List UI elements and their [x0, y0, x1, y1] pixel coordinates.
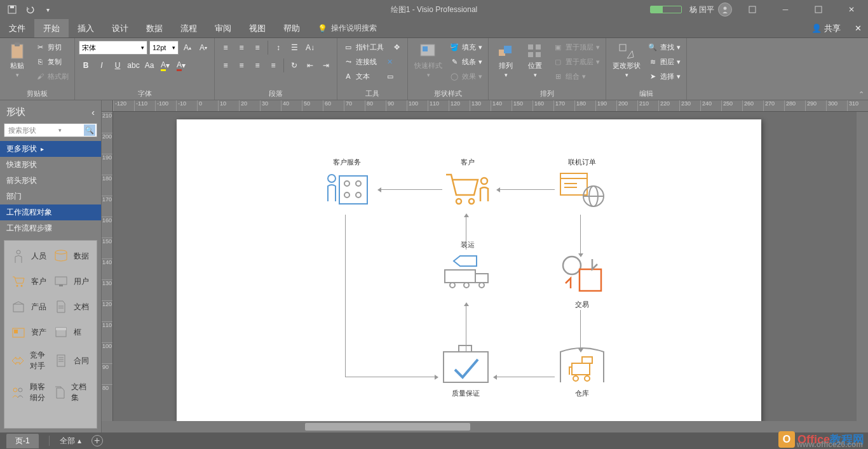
crop-icon[interactable]: ✥ [391, 42, 402, 52]
tab-file[interactable]: 文件 [0, 19, 34, 37]
connector-tool-button[interactable]: ⤳连接线 ✕ [341, 55, 397, 68]
node-warehouse[interactable]: 仓库 [557, 342, 607, 401]
layers-button[interactable]: ≋图层 ▾ [646, 55, 682, 68]
increase-indent-button[interactable]: ⇥ [319, 58, 333, 72]
rotate-button[interactable]: ↻ [287, 58, 301, 72]
underline-button[interactable]: U [111, 58, 125, 72]
quick-styles-button[interactable]: 快速样式▾ [412, 41, 445, 79]
shape-document[interactable]: 文档 [51, 295, 93, 318]
send-back-button[interactable]: ▢置于底层 ▾ [551, 55, 602, 68]
node-customer[interactable]: 客户 [444, 157, 492, 211]
strikethrough-button[interactable]: abc [126, 58, 140, 72]
connector[interactable] [345, 215, 346, 377]
tab-help[interactable]: 帮助 [275, 19, 309, 37]
text-tool-button[interactable]: A文本 ▭ [341, 70, 397, 83]
group-button[interactable]: ⊞组合 ▾ [551, 70, 602, 83]
search-icon[interactable]: 🔍 [84, 124, 95, 136]
connector[interactable] [580, 215, 581, 256]
share-button[interactable]: 👤 共享 [811, 23, 841, 34]
stencil-workflow-objects[interactable]: 工作流程对象 [0, 204, 101, 220]
text-block-icon[interactable]: ▭ [385, 71, 395, 81]
shape-frame[interactable]: 框 [51, 321, 93, 344]
add-page-button[interactable]: + [92, 435, 103, 446]
shape-customer[interactable]: 客户 [8, 270, 51, 293]
grow-font-button[interactable]: A▴ [180, 41, 194, 55]
italic-button[interactable]: I [95, 58, 109, 72]
node-transaction[interactable]: 交易 [558, 253, 606, 312]
stencil-arrow-shapes[interactable]: 箭头形状 [0, 173, 101, 189]
connector[interactable] [494, 377, 555, 377]
font-color-button[interactable]: A▾ [174, 58, 188, 72]
shape-customer-segment[interactable]: 顾客细分 [8, 378, 51, 407]
bullets-button[interactable]: ☰ [287, 41, 301, 55]
pointer-tool-button[interactable]: ▭指针工具 ✥ [341, 41, 403, 53]
text-case-button[interactable]: Aa [142, 58, 156, 72]
shape-data[interactable]: 数据 [51, 245, 93, 267]
shape-competitor[interactable]: 竞争对手 [8, 346, 51, 375]
font-name-combo[interactable]: 宋体▾ [79, 41, 147, 55]
qat-more-icon[interactable]: ▾ [42, 4, 53, 15]
collapse-shapes-icon[interactable]: ‹ [92, 107, 95, 117]
node-customer-service[interactable]: 客户服务 [323, 157, 371, 211]
justify-button[interactable]: ≡ [266, 58, 280, 72]
shrink-font-button[interactable]: A▾ [196, 41, 210, 55]
ribbon-mode-icon[interactable] [740, 0, 765, 19]
text-direction-button[interactable]: A↓ [303, 41, 317, 55]
user-area[interactable]: 杨 国平 [689, 3, 732, 17]
fill-button[interactable]: 🪣填充 ▾ [447, 41, 484, 53]
align-right-button[interactable]: ≡ [250, 58, 264, 72]
tab-view[interactable]: 视图 [240, 19, 275, 37]
save-icon[interactable] [6, 4, 18, 15]
highlight-button[interactable]: A▾ [158, 58, 172, 72]
format-painter-button[interactable]: 🖌格式刷 [33, 70, 71, 83]
connection-point-icon[interactable]: ✕ [384, 57, 395, 67]
node-shipping[interactable]: 装运 [441, 240, 494, 294]
change-shape-button[interactable]: 更改形状▾ [610, 41, 643, 79]
find-button[interactable]: 🔍查找 ▾ [646, 41, 682, 53]
effects-button[interactable]: ◯效果 ▾ [447, 70, 484, 83]
tab-data[interactable]: 数据 [137, 19, 172, 37]
maximize-button[interactable] [806, 0, 831, 19]
stencil-department[interactable]: 部门 [0, 189, 101, 204]
search-shapes-input[interactable]: 搜索形状 ▾ 🔍 [4, 123, 97, 137]
decrease-indent-button[interactable]: ⇤ [303, 58, 317, 72]
tab-insert[interactable]: 插入 [69, 19, 103, 37]
align-left-button[interactable]: ≡ [219, 58, 233, 72]
stencil-more-shapes[interactable]: 更多形状▸ [0, 141, 101, 157]
bring-front-button[interactable]: ▣置于顶层 ▾ [551, 41, 602, 53]
tab-review[interactable]: 审阅 [206, 19, 240, 37]
drawing-page[interactable]: 客户服务 客户 联机订单 装运 [177, 119, 761, 421]
close-button[interactable]: ✕ [839, 0, 864, 19]
connector[interactable] [345, 377, 437, 377]
connector[interactable] [379, 189, 442, 190]
paste-button[interactable]: 粘贴 ▾ [4, 41, 31, 79]
stencil-workflow-steps[interactable]: 工作流程步骤 [0, 220, 101, 236]
minimize-button[interactable]: ─ [773, 0, 798, 19]
shape-user[interactable]: 用户 [51, 270, 93, 293]
tab-process[interactable]: 流程 [172, 19, 206, 37]
line-button[interactable]: ✎线条 ▾ [447, 55, 484, 68]
page-tab[interactable]: 页-1 [6, 434, 39, 448]
align-bottom-button[interactable]: ≡ [250, 41, 264, 55]
select-button[interactable]: ➤选择 ▾ [646, 70, 682, 83]
collapse-ribbon-button[interactable]: ⌃ [858, 90, 864, 98]
horizontal-scrollbar[interactable] [102, 421, 868, 432]
align-center-button[interactable]: ≡ [234, 58, 248, 72]
close-pane-button[interactable]: ✕ [855, 23, 862, 33]
tab-design[interactable]: 设计 [103, 19, 137, 37]
vertical-scrollbar[interactable] [857, 112, 868, 421]
canvas-scroll[interactable]: 客户服务 客户 联机订单 装运 [113, 112, 868, 421]
cut-button[interactable]: ✂剪切 [33, 41, 71, 53]
position-button[interactable]: 位置▾ [522, 41, 548, 79]
copy-button[interactable]: ⎘复制 [33, 55, 71, 68]
shape-document-set[interactable]: 文档集 [51, 378, 93, 407]
bold-button[interactable]: B [79, 58, 93, 72]
node-online-order[interactable]: 联机订单 [558, 157, 606, 211]
all-pages-button[interactable]: 全部 ▴ [60, 436, 81, 446]
connector[interactable] [498, 189, 555, 190]
align-top-button[interactable]: ≡ [219, 41, 233, 55]
shape-asset[interactable]: 资产 [8, 321, 51, 344]
tab-home[interactable]: 开始 [34, 19, 69, 37]
font-size-combo[interactable]: 12pt▾ [149, 41, 179, 55]
shape-product[interactable]: 产品 [8, 295, 51, 318]
